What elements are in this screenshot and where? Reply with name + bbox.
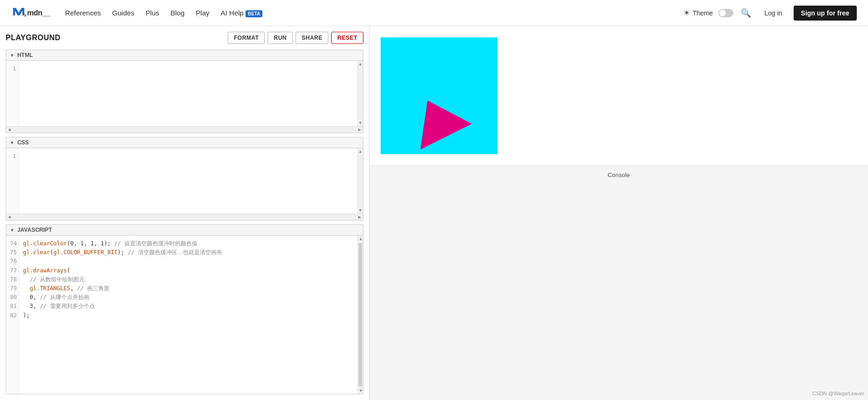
nav-guides[interactable]: Guides <box>112 9 135 17</box>
nav-blog[interactable]: Blog <box>171 9 185 17</box>
css-scroll-right: ▶ <box>356 214 363 220</box>
nav-references[interactable]: References <box>65 9 101 17</box>
html-collapse-icon: ▼ <box>10 53 14 58</box>
theme-label: Theme <box>693 9 713 17</box>
css-section: ▼ CSS 1 ▲ ▼ ◀ ▶ <box>6 137 363 221</box>
js-section: ▼ JAVASCRIPT 74 75 76 77 78 79 80 81 82 <box>6 224 363 394</box>
share-button[interactable]: SHARE <box>296 32 329 44</box>
js-scroll-up: ▲ <box>358 236 363 242</box>
watermark: CSDN @WaqarLeaver <box>812 391 864 396</box>
js-line-75: 75 <box>8 248 17 257</box>
css-code-area: 1 ▲ ▼ ◀ ▶ <box>6 148 363 220</box>
html-line-1: 1 <box>13 65 16 72</box>
js-code-line-76 <box>23 257 354 266</box>
js-code-line-78: // 从数组中绘制图元 <box>23 275 354 284</box>
main-header: mdn__ References Guides Plus Blog Play A… <box>0 0 868 26</box>
js-code-line-79: gl.TRIANGLES, // 画三角形 <box>23 284 354 293</box>
signup-button[interactable]: Sign up for free <box>794 6 857 21</box>
html-line-numbers: 1 <box>6 61 19 126</box>
css-section-header[interactable]: ▼ CSS <box>6 137 363 148</box>
css-collapse-icon: ▼ <box>10 140 14 145</box>
html-code-area: 1 ▲ ▼ ◀ ▶ <box>6 61 363 133</box>
html-section-label: HTML <box>17 52 33 58</box>
webgl-canvas <box>381 37 498 154</box>
js-line-74: 74 <box>8 239 17 248</box>
css-scroll-left: ◀ <box>6 214 13 220</box>
js-section-label: JAVASCRIPT <box>17 227 52 233</box>
js-code-inner: 74 75 76 77 78 79 80 81 82 gl.clearColor… <box>6 236 363 394</box>
js-line-82: 82 <box>8 311 17 320</box>
css-line-numbers: 1 <box>6 148 19 214</box>
playground-actions: FORMAT RUN SHARE RESET <box>228 32 363 44</box>
console-label: Console <box>375 170 862 180</box>
css-scroll-down: ▼ <box>357 207 363 214</box>
js-code-line-77: gl.drawArrays( <box>23 266 354 275</box>
logo-icon <box>11 4 26 22</box>
scroll-left-icon: ◀ <box>6 127 13 133</box>
js-line-76: 76 <box>8 257 17 266</box>
js-code-area: 74 75 76 77 78 79 80 81 82 gl.clearColor… <box>6 236 363 394</box>
preview-area <box>369 26 868 165</box>
search-button[interactable]: 🔍 <box>739 6 753 20</box>
html-section: ▼ HTML 1 ▲ ▼ ◀ ▶ <box>6 50 363 133</box>
css-scrollbar-v[interactable]: ▲ ▼ <box>357 148 363 214</box>
js-line-numbers: 74 75 76 77 78 79 80 81 82 <box>6 236 19 394</box>
html-editor[interactable] <box>19 61 357 126</box>
js-collapse-icon: ▼ <box>10 228 14 233</box>
main-nav: References Guides Plus Blog Play AI Help… <box>65 9 683 17</box>
js-code-line-82: ); <box>23 311 354 320</box>
css-scroll-up: ▲ <box>357 148 363 155</box>
editor-panel: PLAYGROUND FORMAT RUN SHARE RESET ▼ HTML… <box>0 26 369 400</box>
html-scrollbar-h[interactable]: ◀ ▶ <box>6 126 363 133</box>
css-scrollbar-h[interactable]: ◀ ▶ <box>6 214 363 220</box>
js-scrollbar-v[interactable]: ▲ ▼ <box>357 236 363 394</box>
console-panel: Console <box>369 165 868 400</box>
js-code-content[interactable]: gl.clearColor(0, 1, 1, 1); // 设置清空颜色缓冲时的… <box>19 236 357 394</box>
css-section-label: CSS <box>17 139 29 146</box>
canvas-svg <box>381 37 498 154</box>
js-code-line-75: gl.clear(gl.COLOR_BUFFER_BIT); // 清空颜色缓冲… <box>23 248 354 257</box>
theme-switch[interactable] <box>718 9 733 17</box>
html-section-header[interactable]: ▼ HTML <box>6 50 363 61</box>
js-scroll-down: ▼ <box>358 387 363 394</box>
sun-icon: ☀ <box>683 8 690 17</box>
html-scrollbar-v[interactable]: ▲ ▼ <box>357 61 363 126</box>
js-scroll-thumb <box>359 243 362 386</box>
js-code-line-80: 0, // 从哪个点开始画 <box>23 293 354 302</box>
run-button[interactable]: RUN <box>268 32 293 44</box>
js-line-78: 78 <box>8 275 17 284</box>
nav-plus[interactable]: Plus <box>145 9 159 17</box>
logo-text: mdn__ <box>27 9 50 17</box>
js-line-80: 80 <box>8 293 17 302</box>
playground-title: PLAYGROUND <box>6 34 60 42</box>
main-content: PLAYGROUND FORMAT RUN SHARE RESET ▼ HTML… <box>0 26 868 400</box>
js-line-79: 79 <box>8 284 17 293</box>
html-code-inner: 1 ▲ ▼ <box>6 61 363 126</box>
mdn-logo-link[interactable]: mdn__ <box>11 4 50 22</box>
css-line-1: 1 <box>13 153 16 159</box>
header-right: ☀ Theme 🔍 Log in Sign up for free <box>683 6 857 21</box>
search-icon: 🔍 <box>741 8 751 18</box>
theme-toggle[interactable]: ☀ Theme <box>683 8 713 17</box>
preview-panel: Console <box>369 26 868 400</box>
scroll-right-icon: ▶ <box>356 127 363 133</box>
css-code-inner: 1 ▲ ▼ <box>6 148 363 214</box>
theme-switch-knob <box>719 10 726 16</box>
js-line-81: 81 <box>8 302 17 311</box>
nav-ai-help[interactable]: AI HelpBETA <box>221 9 263 17</box>
js-section-header[interactable]: ▼ JAVASCRIPT <box>6 225 363 236</box>
js-code-line-74: gl.clearColor(0, 1, 1, 1); // 设置清空颜色缓冲时的… <box>23 239 354 248</box>
beta-badge: BETA <box>246 10 262 17</box>
js-line-77: 77 <box>8 266 17 275</box>
playground-header: PLAYGROUND FORMAT RUN SHARE RESET <box>6 32 363 44</box>
scroll-up-icon: ▲ <box>357 61 363 67</box>
scroll-down-icon: ▼ <box>357 120 363 126</box>
reset-button[interactable]: RESET <box>331 32 363 44</box>
login-button[interactable]: Log in <box>759 7 788 20</box>
mdn-logo: mdn__ <box>11 4 50 22</box>
nav-play[interactable]: Play <box>196 9 210 17</box>
js-code-line-81: 3, // 需要用到多少个点 <box>23 302 354 311</box>
format-button[interactable]: FORMAT <box>228 32 265 44</box>
css-editor[interactable] <box>19 148 357 214</box>
